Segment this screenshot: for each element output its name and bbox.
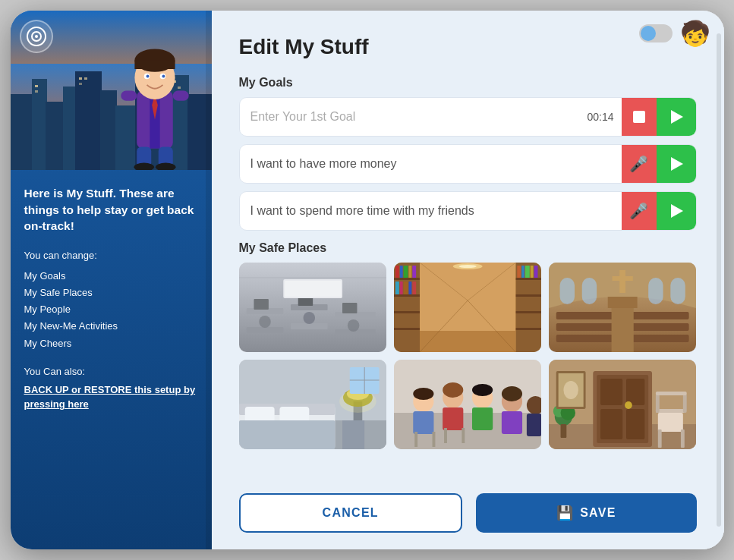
device-frame: Here is My Stuff. These are things to he… (11, 11, 724, 549)
svg-point-49 (259, 316, 271, 328)
list-item: My Cheers (24, 335, 198, 352)
goal-row-3: 🎤 (239, 191, 697, 231)
svg-rect-65 (395, 282, 399, 294)
svg-rect-97 (560, 278, 575, 304)
main-content: 🧒 Edit My Stuff My Goals 00:14 (212, 11, 724, 549)
play-button-1[interactable] (657, 98, 696, 136)
svg-point-135 (502, 386, 522, 401)
svg-point-134 (472, 384, 493, 396)
sidebar-hero (11, 11, 212, 170)
svg-rect-2 (32, 79, 47, 170)
mic-icon: 🎤 (629, 155, 648, 173)
toggle-switch[interactable] (639, 24, 673, 42)
svg-rect-4 (63, 87, 77, 170)
svg-rect-91 (556, 335, 616, 342)
svg-rect-127 (472, 407, 493, 430)
goal-row-1: 00:14 (239, 97, 697, 137)
svg-point-31 (162, 75, 165, 78)
svg-rect-48 (342, 303, 357, 313)
svg-rect-90 (556, 323, 616, 331)
svg-rect-63 (408, 266, 411, 278)
svg-rect-72 (515, 294, 541, 297)
svg-point-133 (443, 382, 463, 398)
mic-icon: 🎤 (629, 202, 648, 220)
svg-rect-74 (515, 328, 541, 330)
backup-restore-link[interactable]: BACK UP or RESTORE this setup by pressin… (24, 382, 198, 412)
svg-point-51 (347, 319, 359, 332)
toggle-knob (641, 26, 656, 41)
list-item: My People (24, 301, 198, 318)
play-icon (671, 110, 683, 124)
stop-button[interactable] (622, 98, 657, 136)
svg-rect-102 (613, 276, 633, 281)
svg-rect-5 (75, 71, 102, 170)
svg-rect-95 (612, 304, 634, 352)
safe-places-section: My Safe Places (239, 241, 697, 449)
svg-rect-1 (11, 94, 33, 170)
save-button[interactable]: 💾 SAVE (476, 493, 697, 533)
sidebar-headline: Here is My Stuff. These are things to he… (24, 185, 198, 234)
svg-rect-3 (46, 102, 65, 170)
photo-bedroom[interactable] (239, 360, 386, 449)
goal-input-1[interactable] (240, 98, 580, 136)
svg-point-50 (303, 312, 315, 324)
content-scroll: Edit My Stuff My Goals 00:14 (212, 11, 724, 481)
play-button-2[interactable] (657, 145, 696, 183)
list-item: My Goals (24, 268, 198, 285)
photo-church[interactable] (549, 263, 696, 352)
svg-rect-145 (600, 379, 622, 405)
character-avatar (113, 26, 197, 170)
svg-rect-155 (681, 429, 685, 448)
svg-rect-156 (656, 392, 687, 395)
svg-rect-66 (400, 282, 403, 294)
svg-rect-129 (502, 411, 522, 434)
svg-point-21 (35, 35, 38, 38)
mic-button-2[interactable]: 🎤 (622, 145, 657, 183)
svg-rect-15 (84, 77, 87, 80)
logo-icon (20, 20, 53, 53)
svg-point-82 (458, 265, 476, 268)
svg-rect-73 (515, 311, 541, 313)
save-button-label: SAVE (580, 506, 616, 520)
svg-rect-83 (420, 331, 515, 352)
svg-rect-78 (531, 266, 534, 278)
svg-rect-99 (670, 278, 685, 304)
svg-rect-43 (246, 327, 283, 333)
svg-rect-138 (444, 428, 447, 443)
svg-rect-14 (79, 77, 82, 80)
play-button-3[interactable] (657, 192, 696, 230)
photo-library[interactable] (394, 263, 541, 352)
goal-input-3[interactable] (240, 192, 622, 230)
svg-rect-58 (394, 311, 420, 313)
sidebar-change-label: You can change: (24, 248, 198, 263)
cancel-button[interactable]: CANCEL (239, 493, 463, 533)
svg-rect-77 (525, 266, 530, 278)
sidebar-scrollbar (206, 11, 212, 549)
user-avatar[interactable]: 🧒 (680, 21, 710, 46)
goal-row-2: 🎤 (239, 144, 697, 184)
svg-rect-12 (35, 85, 38, 87)
svg-rect-57 (394, 294, 420, 297)
svg-rect-69 (412, 282, 416, 294)
svg-rect-46 (254, 299, 268, 310)
svg-rect-27 (134, 61, 175, 69)
svg-rect-71 (515, 278, 541, 280)
svg-rect-136 (414, 432, 417, 447)
svg-rect-16 (79, 83, 82, 85)
svg-rect-110 (239, 420, 335, 449)
svg-rect-153 (683, 394, 687, 413)
svg-rect-100 (648, 278, 663, 304)
svg-rect-68 (408, 282, 411, 294)
svg-rect-53 (285, 281, 341, 297)
photo-group[interactable] (394, 360, 541, 449)
goals-section-label: My Goals (239, 76, 697, 90)
goal-input-2[interactable] (240, 145, 622, 183)
sidebar-content: Here is My Stuff. These are things to he… (11, 170, 212, 549)
photo-door[interactable] (549, 360, 696, 449)
photo-office[interactable] (239, 263, 386, 352)
play-icon (671, 157, 683, 171)
svg-point-30 (146, 75, 149, 78)
device-scrollbar[interactable] (717, 33, 721, 527)
mic-button-3[interactable]: 🎤 (622, 192, 657, 230)
svg-rect-79 (534, 266, 537, 278)
